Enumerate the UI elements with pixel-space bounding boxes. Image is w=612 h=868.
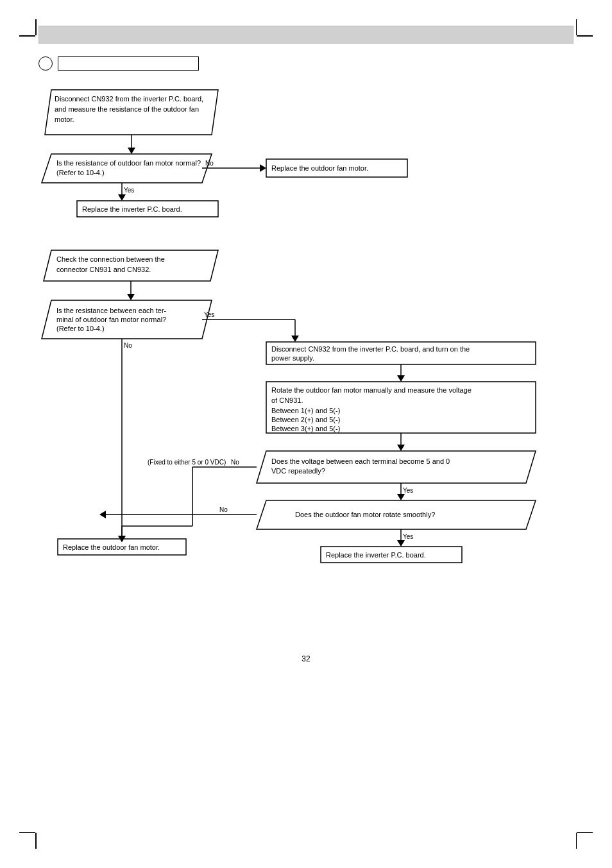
start-circle: [38, 56, 53, 71]
page: Disconnect CN932 from the inverter P.C. …: [0, 0, 612, 868]
svg-marker-15: [118, 194, 126, 201]
svg-text:Does the outdoor fan motor rot: Does the outdoor fan motor rotate smooth…: [295, 511, 435, 518]
svg-text:connector CN931 and CN932.: connector CN931 and CN932.: [56, 266, 151, 273]
corner-mark-bl-h: [19, 832, 35, 833]
corner-mark-tl-v: [35, 19, 37, 35]
svg-text:Yes: Yes: [124, 187, 134, 194]
svg-text:Disconnect CN932 from the inve: Disconnect CN932 from the inverter P.C. …: [55, 95, 203, 103]
svg-text:Between 1(+) and 5(-): Between 1(+) and 5(-): [271, 407, 340, 414]
svg-text:Is the resistance of outdoor f: Is the resistance of outdoor fan motor n…: [56, 159, 201, 167]
svg-text:(Refer to 10-4.): (Refer to 10-4.): [56, 169, 105, 176]
svg-marker-44: [397, 445, 405, 451]
svg-text:of CN931.: of CN931.: [271, 396, 303, 404]
svg-text:No: No: [205, 160, 214, 167]
svg-marker-10: [260, 164, 266, 172]
svg-marker-54: [397, 540, 405, 547]
svg-text:No: No: [219, 506, 228, 513]
svg-marker-49: [397, 494, 405, 500]
svg-marker-31: [291, 336, 299, 342]
svg-text:Check the connection between t: Check the connection between the: [56, 255, 165, 263]
svg-text:No: No: [124, 342, 132, 349]
page-number: 32: [38, 654, 574, 663]
corner-mark-tr-h: [577, 35, 593, 37]
svg-text:and measure the resistance of : and measure the resistance of the outdoo…: [55, 105, 199, 113]
flowchart-section2: Check the connection between the connect…: [38, 244, 577, 616]
corner-mark-tl-h: [19, 35, 35, 37]
start-indicator: [38, 56, 574, 71]
svg-text:power supply.: power supply.: [271, 354, 314, 362]
svg-text:Between 3(+) and 5(-): Between 3(+) and 5(-): [271, 425, 340, 432]
corner-mark-bl-v: [35, 833, 37, 849]
svg-text:Yes: Yes: [204, 311, 214, 318]
svg-text:VDC repeatedly?: VDC repeatedly?: [271, 467, 325, 475]
corner-mark-br-h: [577, 832, 593, 833]
svg-text:Does the voltage between each : Does the voltage between each terminal b…: [271, 457, 450, 465]
corner-mark-br-v: [576, 833, 577, 849]
corner-mark-tr-v: [576, 19, 577, 35]
svg-text:(Refer to 10-4.): (Refer to 10-4.): [56, 325, 105, 332]
svg-text:Replace the outdoor fan motor.: Replace the outdoor fan motor.: [271, 164, 368, 172]
svg-text:No: No: [231, 459, 239, 466]
svg-text:Between 2(+) and 5(-): Between 2(+) and 5(-): [271, 416, 340, 423]
svg-text:motor.: motor.: [55, 115, 74, 123]
svg-text:(Fixed to either 5 or 0 VDC): (Fixed to either 5 or 0 VDC): [148, 459, 226, 466]
start-label-box: [58, 56, 199, 71]
svg-text:Replace the outdoor fan motor.: Replace the outdoor fan motor.: [63, 543, 160, 551]
svg-text:minal of outdoor fan motor nor: minal of outdoor fan motor normal?: [56, 316, 166, 323]
svg-text:Replace the inverter P.C. boar: Replace the inverter P.C. board.: [326, 551, 426, 559]
svg-text:Is the resistance between each: Is the resistance between each ter-: [56, 307, 167, 314]
svg-text:Disconnect CN932 from the inve: Disconnect CN932 from the inverter P.C. …: [271, 345, 470, 353]
svg-text:Yes: Yes: [403, 487, 413, 494]
svg-marker-65: [99, 511, 106, 518]
svg-text:Rotate the outdoor fan motor m: Rotate the outdoor fan motor manually an…: [271, 386, 472, 394]
svg-text:Yes: Yes: [403, 533, 413, 540]
svg-marker-23: [127, 294, 135, 300]
flowchart-section1: Disconnect CN932 from the inverter P.C. …: [38, 83, 577, 225]
svg-text:Replace the inverter P.C. boar: Replace the inverter P.C. board.: [82, 205, 182, 213]
header-bar: [38, 26, 574, 44]
svg-marker-36: [397, 375, 405, 382]
svg-marker-5: [128, 148, 135, 154]
